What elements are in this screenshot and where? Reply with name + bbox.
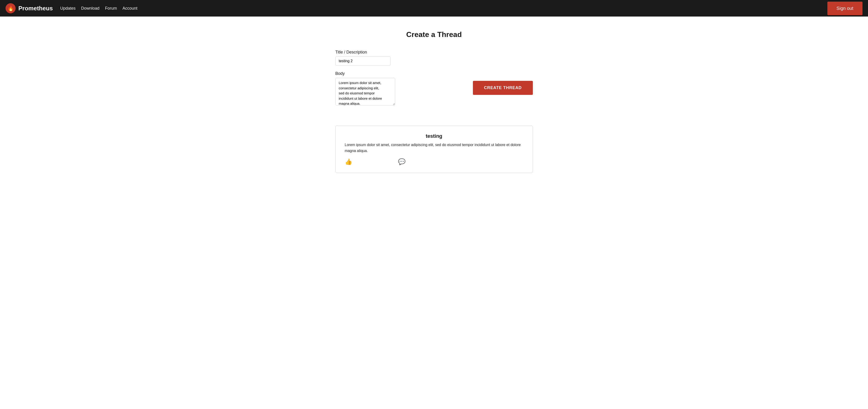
- thread-card-body: Lorem ipsum dolor sit amet, consectetur …: [345, 142, 523, 154]
- thread-actions: 👍 💬: [345, 158, 523, 165]
- title-input[interactable]: [335, 57, 391, 66]
- comment-icon: 💬: [398, 158, 405, 165]
- nav-brand[interactable]: 🔥 Prometheus: [5, 3, 53, 13]
- like-button[interactable]: 👍: [345, 158, 352, 165]
- nav-link-download[interactable]: Download: [81, 6, 99, 10]
- thread-card-title: testing: [345, 133, 523, 139]
- thumbs-up-icon: 👍: [345, 158, 352, 165]
- page-title: Create a Thread: [335, 30, 533, 39]
- body-group: Body Lorem ipsum dolor sit amet, consect…: [335, 71, 462, 106]
- svg-text:🔥: 🔥: [7, 5, 14, 11]
- brand-name: Prometheus: [19, 5, 53, 12]
- form-fields: Title / Description Body Lorem ipsum dol…: [335, 50, 462, 112]
- title-group: Title / Description: [335, 50, 462, 66]
- main-content: Create a Thread Title / Description Body…: [331, 17, 537, 187]
- navbar: 🔥 Prometheus Updates Download Forum Acco…: [0, 0, 868, 17]
- create-thread-button[interactable]: CREATE THREAD: [473, 81, 533, 95]
- create-thread-form-section: Title / Description Body Lorem ipsum dol…: [335, 50, 533, 112]
- title-label: Title / Description: [335, 50, 462, 55]
- comment-button[interactable]: 💬: [398, 158, 405, 165]
- nav-links: Updates Download Forum Account: [60, 6, 137, 11]
- body-textarea[interactable]: Lorem ipsum dolor sit amet, consectetur …: [335, 78, 395, 106]
- prometheus-logo: 🔥: [5, 3, 16, 13]
- thread-card: testing Lorem ipsum dolor sit amet, cons…: [335, 126, 533, 173]
- nav-link-forum[interactable]: Forum: [105, 6, 117, 10]
- body-label: Body: [335, 71, 462, 76]
- sign-out-button[interactable]: Sign out: [827, 2, 863, 15]
- nav-left: 🔥 Prometheus Updates Download Forum Acco…: [5, 3, 137, 13]
- nav-link-account[interactable]: Account: [122, 6, 137, 10]
- nav-link-updates[interactable]: Updates: [60, 6, 75, 10]
